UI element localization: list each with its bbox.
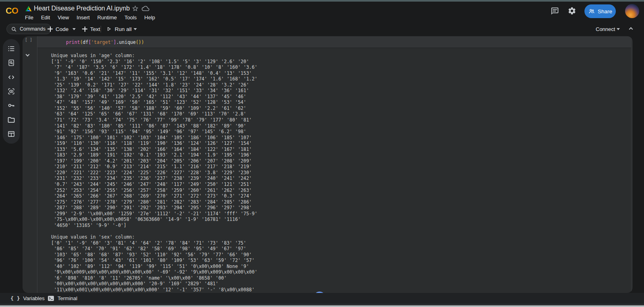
cell-exec-indicator[interactable]: [ ] <box>25 37 32 42</box>
run-all-caret[interactable] <box>134 28 137 30</box>
menu-item-view[interactable]: View <box>58 14 69 21</box>
run-all-label: Run all <box>115 26 132 32</box>
code-token: .unique <box>116 39 136 45</box>
share-label: Share <box>598 8 612 14</box>
code-token: ] <box>114 39 116 45</box>
add-text-button[interactable]: Text <box>82 23 100 35</box>
variables-button[interactable]: { } Variables <box>10 293 45 304</box>
comment-icon <box>551 7 559 15</box>
status-bar: { } Variables Terminal <box>0 293 644 304</box>
eye-scan-icon <box>7 87 15 95</box>
output-collapse-chevron[interactable] <box>26 53 30 57</box>
drive-icon <box>25 5 32 12</box>
plus-icon <box>47 27 53 32</box>
sidebar-item-vision-eye-scan[interactable] <box>4 85 19 97</box>
menu-item-runtime[interactable]: Runtime <box>97 14 117 21</box>
find-in-document-icon <box>7 59 15 67</box>
terminal-icon <box>47 295 54 301</box>
sidebar-rail <box>3 39 20 144</box>
run-all-button[interactable]: Run all <box>106 23 132 35</box>
settings-button[interactable] <box>568 6 576 15</box>
code-token: ( <box>80 39 83 45</box>
braces-icon: { } <box>10 295 20 301</box>
code-dropdown-caret[interactable] <box>72 28 76 30</box>
user-avatar[interactable] <box>625 4 639 18</box>
connect-button[interactable]: Connect <box>596 23 620 35</box>
cell-output: Unique values in 'age' column: ['1' '-9'… <box>51 53 257 293</box>
window-bottom-edge-light <box>0 305 644 307</box>
notebook-canvas: [ ] print(df['target'].unique()) Unique … <box>23 36 633 293</box>
code-brackets-icon <box>7 73 15 81</box>
share-people-icon <box>588 8 595 14</box>
scrollbar-track[interactable] <box>631 36 632 293</box>
add-code-button[interactable]: Code <box>47 23 68 35</box>
menubar: File Edit View Insert Runtime Tools Help <box>25 14 155 21</box>
code-token: print <box>66 39 80 45</box>
code-token: ) <box>141 39 144 45</box>
comment-button[interactable] <box>551 7 559 15</box>
add-text-label: Text <box>90 26 100 32</box>
data-table-icon <box>7 130 15 138</box>
notebook-title[interactable]: Heart Disease Prediction AI.ipynb <box>34 5 130 12</box>
colab-logo[interactable]: CO <box>6 6 18 16</box>
variables-label: Variables <box>23 295 44 301</box>
commands-button[interactable]: Commands <box>6 24 52 34</box>
add-code-label: Code <box>56 26 68 32</box>
play-icon <box>106 26 112 32</box>
search-icon <box>11 26 17 32</box>
menu-item-tools[interactable]: Tools <box>124 14 136 21</box>
folder-icon <box>7 116 15 124</box>
code-line: print(df['target'].unique()) <box>66 39 144 45</box>
menu-item-file[interactable]: File <box>25 14 33 21</box>
gear-icon <box>568 6 576 15</box>
sidebar-item-files-folder[interactable] <box>4 114 19 126</box>
sidebar-item-table-of-contents[interactable] <box>4 43 19 55</box>
sidebar-item-find-and-replace[interactable] <box>4 57 19 69</box>
colab-window: CO Heart Disease Prediction AI.ipynb Fil… <box>0 0 644 307</box>
sidebar-item-data-table[interactable] <box>4 128 19 140</box>
sidebar-item-code-snippets[interactable] <box>4 71 19 83</box>
code-token: 'target' <box>91 39 113 45</box>
terminal-button[interactable]: Terminal <box>47 293 77 304</box>
code-editor-row[interactable]: print(df['target'].unique()) <box>37 36 632 48</box>
toolbar-divider <box>101 26 101 33</box>
connect-label: Connect <box>596 26 615 32</box>
code-token: df <box>83 39 89 45</box>
window-top-edge <box>0 0 644 2</box>
plus-icon <box>82 27 87 32</box>
code-token: ) <box>138 39 141 45</box>
cell-border-line <box>37 36 37 293</box>
star-icon[interactable] <box>132 5 139 12</box>
connect-caret <box>617 28 620 30</box>
menu-item-edit[interactable]: Edit <box>41 14 50 21</box>
share-button[interactable]: Share <box>584 4 616 18</box>
cloud-save-icon[interactable] <box>142 5 149 12</box>
table-of-contents-icon <box>7 45 15 53</box>
key-icon <box>7 101 15 109</box>
toolbar: Commands Code Text Run all Connect <box>0 23 644 36</box>
terminal-label: Terminal <box>58 295 77 301</box>
sidebar-item-secrets-key[interactable] <box>4 99 19 111</box>
menu-item-insert[interactable]: Insert <box>76 14 90 21</box>
menu-item-help[interactable]: Help <box>144 14 155 21</box>
commands-label: Commands <box>20 26 45 32</box>
